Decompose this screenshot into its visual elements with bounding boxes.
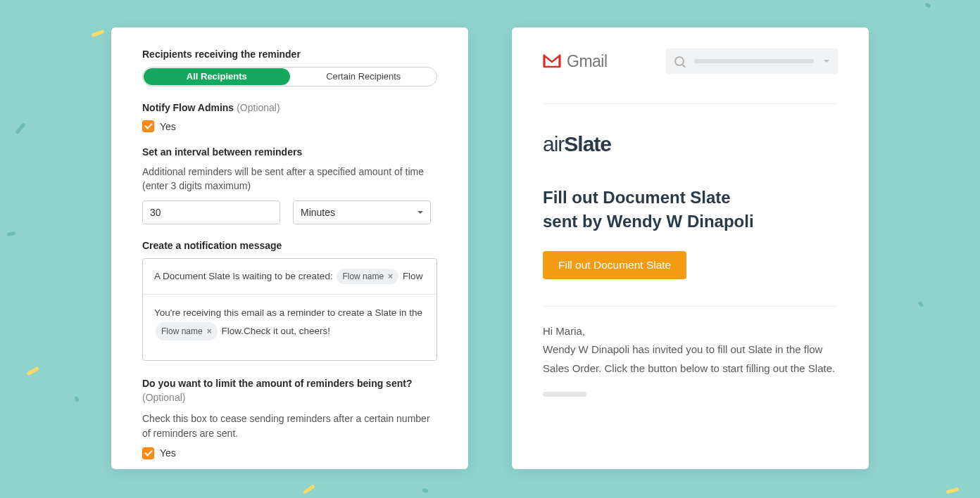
airslate-logo: airSlate — [543, 132, 838, 156]
search-icon — [674, 56, 684, 66]
divider — [543, 103, 838, 104]
notification-message-editor[interactable]: A Document Slate is waiting to be create… — [142, 258, 437, 361]
signature-skeleton — [543, 392, 586, 397]
flow-name-chip[interactable]: Flow name× — [337, 269, 398, 284]
chip-remove-icon[interactable]: × — [388, 270, 393, 283]
gmail-text: Gmail — [567, 52, 608, 71]
limit-reminders-checkbox[interactable] — [142, 447, 154, 459]
limit-reminders-checkbox-label: Yes — [160, 447, 176, 459]
fill-out-slate-button[interactable]: Fill out Document Slate — [543, 251, 686, 279]
gmail-logo: Gmail — [543, 52, 608, 71]
chevron-down-icon — [417, 211, 423, 214]
limit-heading: Do you want to limit the amount of remin… — [142, 376, 437, 405]
gmail-m-icon — [543, 54, 561, 68]
recipients-heading: Recipients receiving the reminder — [142, 49, 437, 60]
interval-value-input[interactable] — [142, 200, 280, 224]
email-body-text: Hi Maria, Wendy W Dinapoli has invited y… — [543, 322, 838, 378]
tab-all-recipients[interactable]: All Recipients — [144, 68, 290, 85]
message-heading: Create a notification message — [142, 240, 437, 251]
notify-admins-heading: Notify Flow Admins(Optional) — [142, 102, 437, 113]
message-subject: A Document Slate is waiting to be create… — [143, 259, 436, 295]
interval-desc: Additional reminders will be sent after … — [142, 165, 437, 193]
recipients-segmented: All Recipients Certain Recipients — [142, 67, 437, 87]
limit-desc: Check this box to cease sending reminder… — [142, 411, 437, 440]
message-body: You're receiving this email as a reminde… — [143, 295, 436, 360]
gmail-search[interactable] — [666, 49, 838, 74]
tab-certain-recipients[interactable]: Certain Recipients — [291, 68, 437, 86]
divider — [543, 306, 838, 307]
interval-heading: Set an interval between reminders — [142, 146, 437, 158]
search-placeholder-skeleton — [694, 59, 814, 63]
email-heading: Fill out Document Slatesent by Wendy W D… — [543, 186, 838, 233]
notify-admins-checkbox[interactable] — [142, 120, 154, 132]
interval-unit-select[interactable]: Minutes — [293, 200, 431, 224]
interval-unit-label: Minutes — [301, 207, 335, 218]
email-preview-card: Gmail airSlate Fill out Document Slatese… — [512, 27, 869, 469]
flow-name-chip[interactable]: Flow name× — [156, 322, 218, 340]
dropdown-icon — [824, 60, 829, 63]
chip-remove-icon[interactable]: × — [207, 324, 212, 339]
notify-admins-checkbox-label: Yes — [160, 121, 176, 132]
reminder-settings-card: Recipients receiving the reminder All Re… — [111, 27, 468, 469]
